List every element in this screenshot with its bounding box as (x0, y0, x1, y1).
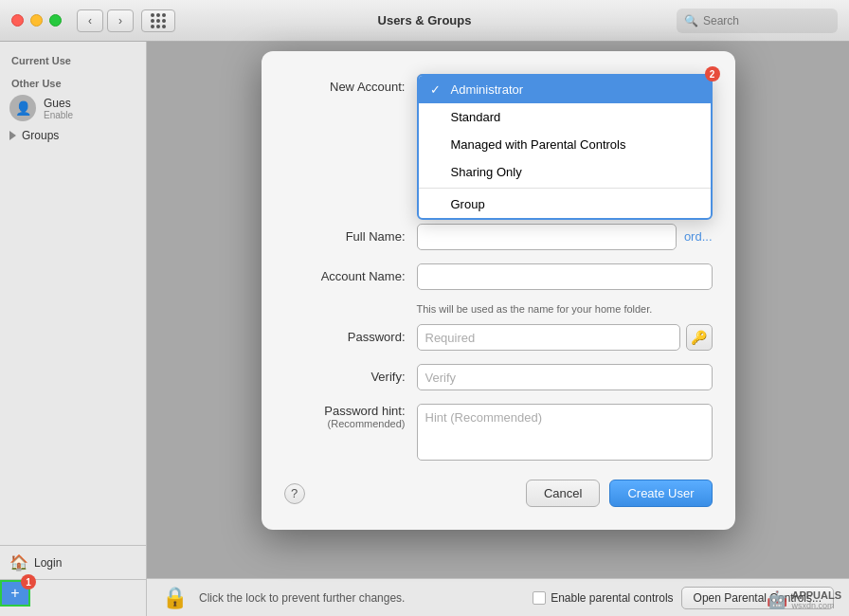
password-field: 🔑 (417, 324, 713, 351)
parental-controls-label[interactable]: Enable parental controls (533, 591, 673, 605)
house-icon: 🏠 (9, 553, 28, 571)
password-shortcut[interactable]: ord... (684, 224, 713, 244)
step-badge-2: 2 (705, 66, 720, 82)
dropdown-item-label: Standard (451, 110, 501, 124)
sidebar-bottom: 🏠 Login (0, 545, 146, 579)
hint-label: Password hint: (284, 404, 417, 418)
expand-icon (9, 131, 16, 140)
close-button[interactable] (11, 14, 24, 27)
dropdown-item-sharing[interactable]: Sharing Only (419, 158, 711, 186)
watermark: 🤖 APPUALS wsxdn.com (767, 589, 841, 610)
check-icon: ✓ (430, 82, 443, 97)
traffic-lights (11, 14, 62, 27)
dropdown-divider (419, 188, 711, 189)
key-icon: 🔑 (691, 330, 707, 345)
forward-button[interactable]: › (107, 9, 134, 32)
guest-user-item[interactable]: 👤 Gues Enable (0, 91, 146, 125)
create-user-button[interactable]: Create User (609, 480, 712, 507)
step-badge-1: 1 (21, 574, 36, 589)
search-box[interactable]: 🔍 (677, 9, 838, 33)
minimize-button[interactable] (30, 14, 43, 27)
login-options-label: Login (34, 556, 62, 570)
account-name-hint: This will be used as the name for your h… (284, 303, 713, 315)
main-content: Current Use Other Use 👤 Gues Enable Grou… (0, 42, 849, 616)
modal-overlay: New Account: Administrator ▼ ✓ Administr… (147, 42, 849, 578)
back-button[interactable]: ‹ (77, 9, 103, 32)
brand-name: APPUALS (791, 589, 841, 601)
brand-sub: wsxdn.com (791, 601, 841, 610)
sidebar: Current Use Other Use 👤 Gues Enable Grou… (0, 42, 147, 616)
password-input-row: 🔑 (417, 324, 713, 351)
dropdown-item-label: Sharing Only (451, 165, 522, 179)
add-remove-bar: + 1 (0, 579, 146, 607)
groups-item[interactable]: Groups (0, 125, 146, 146)
new-account-row: New Account: Administrator ▼ ✓ Administr… (284, 74, 713, 100)
dropdown-item-label: Managed with Parental Controls (451, 137, 626, 152)
nav-buttons: ‹ › (77, 9, 134, 32)
dropdown-item-label: Administrator (451, 82, 524, 97)
dropdown-item-administrator[interactable]: ✓ Administrator (419, 76, 711, 103)
key-button[interactable]: 🔑 (686, 324, 713, 351)
grid-dots-icon (151, 13, 166, 28)
help-button[interactable]: ? (284, 483, 305, 504)
password-label: Password: (284, 324, 417, 344)
password-row: Password: 🔑 (284, 324, 713, 351)
titlebar: ‹ › Users & Groups 🔍 (0, 0, 849, 42)
full-name-row: Full Name: ord... (284, 224, 713, 250)
account-type-menu: ✓ Administrator Standard Managed with Pa… (417, 74, 713, 220)
cancel-button[interactable]: Cancel (526, 480, 600, 507)
window-title: Users & Groups (378, 13, 472, 27)
dropdown-item-standard[interactable]: Standard (419, 103, 711, 131)
new-account-label: New Account: (284, 74, 417, 94)
guest-avatar: 👤 (9, 95, 36, 121)
guest-user-role: Enable (44, 110, 136, 120)
hint-label-col: Password hint: (Recommended) (284, 404, 417, 429)
parental-controls-text: Enable parental controls (551, 591, 673, 605)
password-input[interactable] (417, 324, 680, 351)
dropdown-item-managed[interactable]: Managed with Parental Controls (419, 131, 711, 158)
search-input[interactable] (703, 14, 830, 27)
verify-input[interactable] (417, 364, 713, 390)
hint-input[interactable] (417, 404, 713, 461)
full-name-label: Full Name: (284, 224, 417, 244)
footer-buttons: Cancel Create User (526, 480, 713, 507)
mascot-icon: 🤖 (767, 589, 787, 610)
add-user-button[interactable]: + 1 (0, 580, 30, 607)
account-name-row: Account Name: (284, 263, 713, 290)
verify-row: Verify: (284, 364, 713, 390)
guest-user-name: Gues (44, 97, 136, 110)
new-account-modal: New Account: Administrator ▼ ✓ Administr… (262, 51, 735, 530)
full-name-field (417, 224, 677, 250)
verify-field (417, 364, 713, 390)
verify-label: Verify: (284, 364, 417, 384)
login-options-button[interactable]: 🏠 Login (9, 553, 136, 571)
account-name-field (417, 263, 713, 290)
groups-label: Groups (22, 129, 59, 142)
dropdown-item-group[interactable]: Group (419, 190, 711, 218)
hint-row: Password hint: (Recommended) (284, 404, 713, 464)
lock-icon[interactable]: 🔒 (162, 586, 188, 610)
lock-text: Click the lock to prevent further change… (199, 591, 405, 605)
parental-controls-checkbox[interactable] (533, 591, 546, 605)
current-user-label: Current Use (0, 51, 146, 68)
bottom-bar: 🔒 Click the lock to prevent further chan… (147, 578, 849, 616)
guest-user-info: Gues Enable (44, 97, 136, 120)
full-name-input[interactable] (417, 224, 677, 250)
account-name-label: Account Name: (284, 263, 417, 283)
other-users-label: Other Use (0, 74, 146, 91)
new-account-field: Administrator ▼ ✓ Administrator Stand (417, 74, 713, 100)
search-icon: 🔍 (684, 14, 698, 27)
maximize-button[interactable] (49, 14, 62, 27)
grid-view-button[interactable] (141, 9, 175, 32)
watermark-text-block: APPUALS wsxdn.com (791, 589, 841, 610)
hint-sublabel: (Recommended) (284, 418, 417, 429)
right-panel: New Account: Administrator ▼ ✓ Administr… (147, 42, 849, 616)
account-name-input[interactable] (417, 263, 713, 290)
modal-footer: ? Cancel Create User (284, 480, 713, 507)
add-icon: + (10, 585, 19, 602)
hint-field (417, 404, 713, 464)
dropdown-item-label: Group (451, 197, 485, 211)
